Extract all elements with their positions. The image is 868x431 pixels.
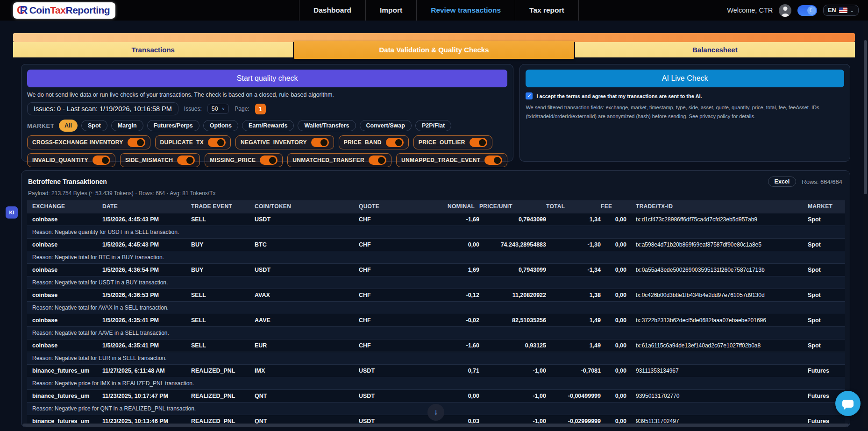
user-avatar-icon[interactable] (779, 4, 791, 17)
consent-text: I accept the terms and agree that my tra… (536, 93, 702, 99)
checks-row-1: CROSS-EXCHANGE INVENTORY DUPLICATE_TX NE… (27, 135, 507, 149)
language-selector[interactable]: EN ⌄ (823, 5, 859, 16)
table-row[interactable]: binance_futures_um11/27/2025, 6:11:48 AM… (27, 364, 845, 377)
table-row[interactable]: coinbase1/5/2026, 4:35:41 PMSELLAAVECHF-… (27, 314, 845, 326)
nav-item-import[interactable]: Import (365, 0, 416, 21)
col-coin-token: COIN/TOKEN (255, 200, 359, 213)
start-quality-check-button[interactable]: Start quality check (27, 70, 507, 87)
toggle-on-icon[interactable] (177, 155, 195, 165)
check-chip-duplicate-tx[interactable]: DUPLICATE_TX (155, 135, 231, 149)
market-label: MARKET (27, 122, 54, 129)
toggle-on-icon[interactable] (92, 155, 110, 165)
table-row[interactable]: coinbase1/5/2026, 4:45:43 PMBUYBTCCHF0,0… (27, 238, 845, 251)
arrow-down-icon: ↓ (434, 408, 438, 417)
nav-right-cluster: Welcome, CTR ☾ EN ⌄ (727, 4, 862, 17)
check-chip-price-band[interactable]: PRICE_BAND (339, 135, 409, 149)
toggle-on-icon[interactable] (208, 138, 226, 147)
market-pill-spot[interactable]: Spot (81, 120, 107, 131)
reason-row: Reason: Negative price for IMX in a REAL… (27, 377, 845, 389)
market-pill-p2p[interactable]: P2P/Fiat (415, 120, 451, 131)
table-row[interactable]: binance_futures_um11/23/2025, 10:17:47 P… (27, 389, 845, 402)
last-scan-summary: Issues: 0 - Last scan: 1/19/2026, 10:16:… (27, 102, 178, 115)
toggle-on-icon[interactable] (128, 138, 145, 147)
theme-toggle[interactable]: ☾ (797, 5, 817, 16)
toggle-on-icon[interactable] (369, 155, 386, 165)
ai-live-check-button[interactable]: AI Live Check (526, 70, 844, 87)
page-label: Page: (235, 106, 249, 112)
toggle-on-icon[interactable] (470, 138, 487, 147)
brand-logo[interactable]: CR CoinTaxReporting (13, 2, 115, 19)
tab-transactions[interactable]: Transactions (13, 42, 293, 57)
nav-item-review-transactions[interactable]: Review transactions (416, 0, 515, 21)
market-pill-options[interactable]: Options (203, 120, 238, 131)
toggle-on-icon[interactable] (386, 138, 404, 147)
quality-disclaimer: We do not send live data or run live che… (27, 92, 507, 98)
table-title: Betroffene Transaktionen (28, 178, 107, 185)
col-trade-event: TRADE EVENT (191, 200, 255, 213)
toggle-on-icon[interactable] (260, 155, 277, 165)
tab-data-validation[interactable]: Data Validation & Quality Checks (294, 41, 574, 59)
col-total: TOTAL (546, 200, 601, 213)
reason-row: Reason: Negative total for EUR in a SELL… (27, 352, 845, 364)
payload-summary: Payload: 213.754 Bytes (≈ 53.439 Tokens)… (21, 187, 850, 200)
issues-label: Issues: (184, 106, 202, 112)
excel-export-button[interactable]: Excel (768, 177, 797, 187)
check-chip-unmatched-transfer[interactable]: UNMATCHED_TRANSFER (287, 153, 391, 167)
market-pill-wallet[interactable]: Wallet/Transfers (298, 120, 356, 131)
chevron-down-icon: ∨ (222, 106, 225, 111)
market-pill-all[interactable]: All (59, 120, 78, 132)
table-row[interactable]: coinbase1/5/2026, 4:36:53 PMSELLAVAXCHF-… (27, 289, 845, 301)
consent-checkbox[interactable]: ✓ (526, 92, 533, 99)
col-date: DATE (102, 200, 191, 213)
nav-item-tax-report[interactable]: Tax report (515, 0, 579, 21)
page-number-badge[interactable]: 1 (255, 104, 266, 114)
check-chip-unmapped-trade-event[interactable]: UNMAPPED_TRADE_EVENT (396, 153, 507, 167)
scrollbar-thumb[interactable] (864, 40, 867, 194)
check-chip-negative-inventory[interactable]: NEGATIVE_INVENTORY (235, 135, 334, 149)
quality-check-panel: Start quality check We do not send live … (21, 64, 513, 162)
transactions-table: EXCHANGE DATE TRADE EVENT COIN/TOKEN QUO… (27, 200, 845, 427)
us-flag-icon (839, 7, 847, 13)
market-pill-convert[interactable]: Convert/Swap (360, 120, 412, 131)
table-row[interactable]: coinbase1/5/2026, 4:35:41 PMSELLEURCHF-1… (27, 339, 845, 352)
issues-per-page-select[interactable]: 50 ∨ (207, 104, 229, 114)
chat-widget-button[interactable] (835, 391, 861, 416)
col-quote: QUOTE (359, 200, 448, 213)
issues-per-page-value: 50 (212, 106, 218, 112)
page-scrollbar[interactable] (863, 21, 868, 428)
toggle-on-icon[interactable] (311, 138, 329, 147)
market-filter-row: MARKET All Spot Margin Futures/Perps Opt… (27, 120, 507, 132)
reason-row: Reason: Negative total for AVAX in a SEL… (27, 301, 845, 314)
main-nav: Dashboard Import Review transactions Tax… (299, 0, 579, 21)
chevron-down-icon: ⌄ (850, 8, 854, 13)
check-chip-side-mismatch[interactable]: SIDE_MISMATCH (120, 153, 200, 167)
language-code: EN (828, 7, 836, 14)
market-pill-futures[interactable]: Futures/Perps (147, 120, 199, 131)
tab-balancesheet[interactable]: Balancesheet (575, 42, 855, 57)
consent-row: ✓ I accept the terms and agree that my t… (526, 92, 844, 99)
brand-wordmark: CoinTaxReporting (29, 5, 110, 16)
checks-row-2: INVALID_QUANTITY SIDE_MISMATCH MISSING_P… (27, 153, 507, 167)
reason-row: Reason: Negative total for AAVE in a SEL… (27, 326, 845, 339)
col-market: MARKET (803, 200, 845, 213)
ki-badge[interactable]: KI (6, 206, 18, 219)
brand-monogram-icon: CR (17, 4, 27, 17)
table-row[interactable]: coinbase1/5/2026, 4:36:54 PMBUYUSDTCHF1,… (27, 263, 845, 276)
col-trade-tx-id: TRADE/TX-ID (626, 200, 803, 213)
market-pill-margin[interactable]: Margin (111, 120, 143, 131)
horizontal-scrollbar[interactable] (22, 424, 849, 427)
check-chip-missing-price[interactable]: MISSING_PRICE (205, 153, 283, 167)
check-chip-price-outlier[interactable]: PRICE_OUTLIER (413, 135, 492, 149)
scroll-down-button[interactable]: ↓ (427, 404, 444, 421)
welcome-text: Welcome, CTR (727, 7, 773, 14)
moon-icon: ☾ (807, 6, 816, 15)
check-chip-invalid-quantity[interactable]: INVALID_QUANTITY (27, 153, 115, 167)
issues-row: Issues: 0 - Last scan: 1/19/2026, 10:16:… (27, 102, 507, 115)
table-row[interactable]: coinbase1/5/2026, 4:45:43 PMSELLUSDTCHF-… (27, 213, 845, 226)
toggle-on-icon[interactable] (484, 155, 502, 165)
privacy-note: We send filtered transaction fields: exc… (526, 103, 844, 121)
nav-item-dashboard[interactable]: Dashboard (299, 0, 365, 21)
check-chip-cross-exchange-inventory[interactable]: CROSS-EXCHANGE INVENTORY (27, 135, 150, 149)
market-pill-earn[interactable]: Earn/Rewards (242, 120, 294, 131)
col-fee: FEE (601, 200, 626, 213)
